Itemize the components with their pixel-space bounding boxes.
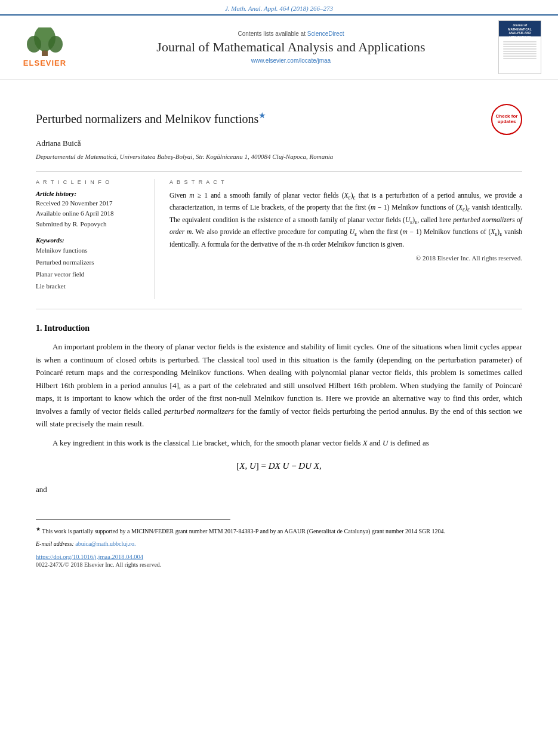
intro-and-text: and [36, 483, 522, 496]
footnote-divider [36, 520, 230, 520]
keywords-heading: Keywords: [36, 236, 145, 244]
main-content: Perturbed normalizers and Melnikov funct… [0, 79, 558, 508]
journal-reference: J. Math. Anal. Appl. 464 (2018) 266–273 [0, 0, 558, 14]
journal-title: Journal of Mathematical Analysis and App… [93, 39, 489, 55]
rights-line: 0022-247X/© 2018 Elsevier Inc. All right… [36, 561, 522, 568]
intro-paragraph-2: A key ingredient in this work is the cla… [36, 437, 522, 449]
footnote-marker: ★ [36, 526, 41, 532]
footnote-star-icon: ★ [258, 111, 266, 120]
article-info-abstract: A R T I C L E I N F O Article history: R… [36, 179, 522, 300]
abstract-panel: A B S T R A C T Given m ≥ 1 and a smooth… [169, 179, 522, 300]
math-formula: [X, U] = DX U − DU X, [36, 461, 522, 471]
author-affiliation: Departamentul de Matematică, Universitat… [36, 152, 522, 162]
received-date: Received 20 November 2017 [36, 198, 145, 209]
introduction-section: 1. Introduction An important problem in … [36, 324, 522, 496]
email-footnote: E-mail address: abuica@math.ubbcluj.ro. [36, 539, 522, 549]
history-heading: Article history: [36, 190, 145, 197]
keyword-3: Planar vector field [36, 269, 145, 281]
abstract-label: A B S T R A C T [169, 179, 522, 185]
copyright-line: © 2018 Elsevier Inc. All rights reserved… [169, 254, 522, 262]
article-history-block: Article history: Received 20 November 20… [36, 190, 145, 230]
footnote-area: ★ This work is partially supported by a … [0, 520, 558, 577]
journal-thumb-title: Journal ofMATHEMATICALANALYSIS ANDAPPLIC… [508, 23, 532, 39]
doi-link[interactable]: https://doi.org/10.1016/j.jmaa.2018.04.0… [36, 554, 522, 560]
submitted-by: Submitted by R. Popovych [36, 219, 145, 230]
elsevier-tree-icon [21, 27, 69, 57]
article-info-panel: A R T I C L E I N F O Article history: R… [36, 179, 155, 300]
journal-thumbnail-container: Journal ofMATHEMATICALANALYSIS ANDAPPLIC… [498, 20, 546, 74]
intro-heading: 1. Introduction [36, 324, 522, 333]
abstract-text: Given m ≥ 1 and a smooth family of plana… [169, 190, 522, 250]
elsevier-logo: ELSEVIER [12, 26, 78, 68]
article-info-label: A R T I C L E I N F O [36, 179, 145, 185]
science-direct-link[interactable]: ScienceDirect [307, 30, 344, 37]
divider-2 [36, 309, 522, 309]
keywords-list: Melnikov functions Perturbed normalizers… [36, 245, 145, 292]
keyword-1: Melnikov functions [36, 245, 145, 257]
available-date: Available online 6 April 2018 [36, 208, 145, 219]
science-direct-line: Contents lists available at ScienceDirec… [93, 30, 489, 37]
elsevier-logo-container: ELSEVIER [12, 26, 84, 68]
journal-header: ELSEVIER Contents lists available at Sci… [0, 14, 558, 79]
journal-thumb-lines [503, 41, 537, 60]
divider-1 [36, 171, 522, 172]
journal-thumbnail: Journal ofMATHEMATICALANALYSIS ANDAPPLIC… [498, 20, 541, 74]
journal-title-block: Contents lists available at ScienceDirec… [93, 30, 489, 64]
journal-url[interactable]: www.elsevier.com/locate/jmaa [93, 57, 489, 64]
footnote-text: ★ This work is partially supported by a … [36, 525, 522, 536]
keyword-2: Perturbed normalizers [36, 257, 145, 269]
check-for-updates-badge: Check for updates [491, 104, 522, 135]
elsevier-wordmark: ELSEVIER [23, 59, 66, 67]
author-name: Adriana Buică [36, 139, 522, 148]
intro-paragraph-1: An important problem in the theory of pl… [36, 340, 522, 430]
keywords-block: Keywords: Melnikov functions Perturbed n… [36, 236, 145, 292]
paper-title: Perturbed normalizers and Melnikov funct… [36, 110, 266, 127]
keyword-4: Lie bracket [36, 281, 145, 293]
